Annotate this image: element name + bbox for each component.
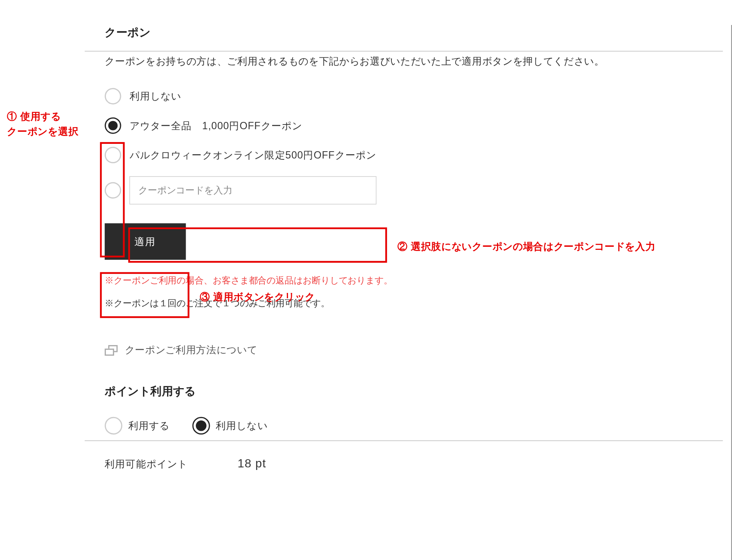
coupon-usage-label: クーポンご利用方法について (125, 343, 257, 357)
coupon-code-input[interactable] (130, 176, 377, 205)
radio-label: 利用する (128, 419, 170, 432)
annotation-3: ③ 適用ボタンをクリック (200, 290, 315, 305)
coupon-description: クーポンをお持ちの方は、ご利用されるものを下記からお選びいただいた上で適用ボタン… (105, 54, 722, 68)
points-section-title: ポイント利用する (105, 384, 722, 399)
points-option-use[interactable]: 利用する (105, 417, 170, 435)
radio-label: 利用しない (130, 90, 182, 103)
coupon-usage-link[interactable]: クーポンご利用方法について (105, 343, 722, 357)
apply-button[interactable]: 適用 (105, 223, 186, 260)
radio-label: パルクロウィークオンライン限定500円OFFクーポン (130, 148, 377, 162)
radio-icon[interactable] (105, 117, 121, 134)
radio-icon[interactable] (105, 182, 121, 199)
radio-icon[interactable] (105, 88, 121, 104)
points-option-dont-use[interactable]: 利用しない (192, 417, 267, 435)
annotation-1: ① 使用する クーポンを選択 (7, 109, 78, 139)
coupon-note-grey: ※クーポンは１回のご注文で１つのみご利用可能です。 (105, 298, 722, 309)
coupon-option-none[interactable]: 利用しない (105, 88, 722, 104)
radio-icon[interactable] (192, 417, 210, 435)
annotation-2: ② 選択肢にないクーポンの場合はクーポンコードを入力 (397, 239, 655, 254)
points-radio-group: 利用する 利用しない (105, 417, 722, 435)
coupon-radio-group: 利用しない アウター全品 1,000円OFFクーポン パルクロウィークオンライン… (105, 88, 722, 204)
section-divider (85, 51, 723, 51)
stack-icon (105, 345, 118, 355)
section-divider (85, 440, 723, 441)
available-points-value: 18 pt (238, 457, 266, 470)
radio-icon[interactable] (105, 417, 122, 435)
radio-label: アウター全品 1,000円OFFクーポン (130, 119, 303, 132)
coupon-option-code-entry[interactable] (105, 176, 722, 205)
radio-icon[interactable] (105, 147, 121, 163)
coupon-section-title: クーポン (105, 25, 722, 40)
coupon-option-palcloweek-500off[interactable]: パルクロウィークオンライン限定500円OFFクーポン (105, 147, 722, 163)
available-points-label: 利用可能ポイント (105, 457, 238, 471)
coupon-option-outer-1000off[interactable]: アウター全品 1,000円OFFクーポン (105, 117, 722, 134)
coupon-note-red: ※クーポンご利用の場合、お客さま都合の返品はお断りしております。 (105, 275, 722, 286)
radio-label: 利用しない (216, 419, 268, 432)
available-points-row: 利用可能ポイント 18 pt (105, 457, 722, 471)
